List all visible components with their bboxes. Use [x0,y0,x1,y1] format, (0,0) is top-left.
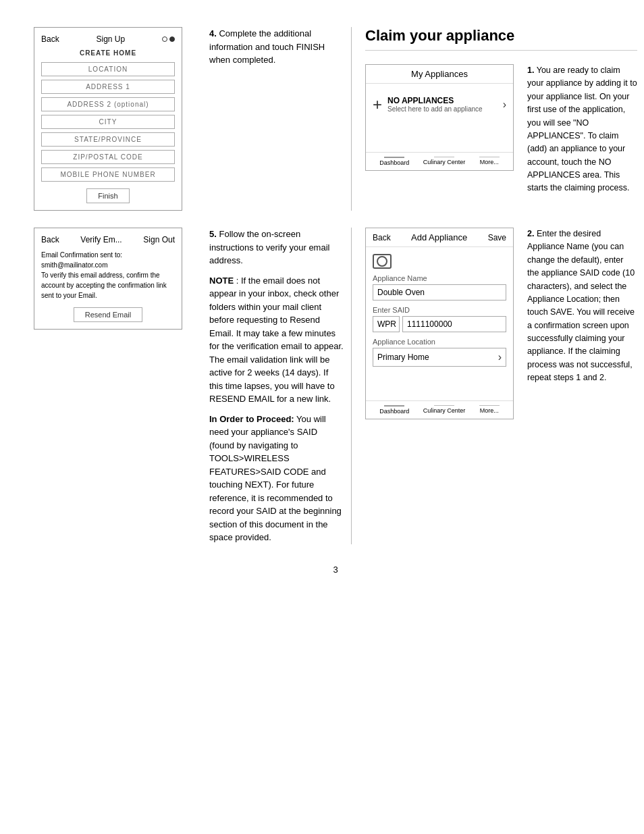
said-label: Enter SAID [373,306,506,314]
said-input[interactable]: 1111100000 [402,316,506,332]
add-screen-footer: Dashboard Culinary Center More... [366,400,513,419]
save-link[interactable]: Save [488,233,506,242]
step1-text: 1. You are ready to claim your appliance… [527,64,637,195]
my-appliances-screen: My Appliances + NO APPLIANCES Select her… [365,64,514,171]
proceed-text: You will need your appliance's SAID (fou… [209,414,342,543]
location-chevron-icon: › [498,351,502,363]
proceed-label: In Order to Proceed: [209,414,294,424]
verify-body: Email Confirmation sent to: smith@mailin… [41,250,175,301]
verify-instructions: To verify this email address, confirm th… [41,270,175,301]
city-field[interactable]: CITY [41,115,175,129]
dashboard-label[interactable]: Dashboard [379,159,409,166]
add-more-label[interactable]: More... [480,407,499,414]
finish-button[interactable]: Finish [86,188,129,203]
step5-intro: Follow the on-screen instructions to ver… [209,229,329,265]
add-appliance-title: Add Appliance [391,232,488,242]
verify-title: Verify Em... [80,235,122,244]
note-text: : If the email does not appear in your i… [209,276,344,405]
location-label: Appliance Location [373,338,506,346]
zip-field[interactable]: ZIP/POSTAL CODE [41,150,175,164]
appliance-name-input[interactable]: Double Oven [373,284,506,301]
step2-text: 2. Enter the desired Appliance Name (you… [527,228,637,419]
screen-title: CREATE HOME [41,49,175,57]
create-home-screen: Back Sign Up CREATE HOME LOCATION ADDRES… [34,27,182,211]
culinary-label[interactable]: Culinary Center [423,159,466,165]
resend-email-button[interactable]: Resend Email [74,307,142,322]
step4-number: 4. [209,28,217,38]
step-dots [162,36,175,42]
location-selector[interactable]: Primary Home › [373,348,506,367]
add-appliance-screen: Back Add Appliance Save Appliance Name D… [365,228,514,419]
sign-up-link[interactable]: Sign Up [96,34,125,44]
said-row: WPR 1111100000 [373,316,506,332]
note-label: NOTE [209,276,234,286]
dashboard-icon [384,157,404,158]
add-dashboard-label[interactable]: Dashboard [379,408,409,415]
dot-1 [162,36,167,42]
address1-field[interactable]: ADDRESS 1 [41,80,175,94]
step5-number: 5. [209,229,217,239]
add-culinary-icon [434,405,454,406]
email-confirm-line1: Email Confirmation sent to: [41,250,175,260]
page-number: 3 [34,565,637,575]
no-appliances-row[interactable]: + NO APPLIANCES Select here to add an ap… [373,90,506,118]
plus-icon: + [373,97,382,113]
screen-footer: Dashboard Culinary Center More... [366,152,513,170]
phone-field[interactable]: MOBILE PHONE NUMBER [41,167,175,182]
verify-email-screen: Back Verify Em... Sign Out Email Confirm… [34,228,182,330]
culinary-icon [434,157,454,157]
verify-back-link[interactable]: Back [41,235,59,244]
more-label[interactable]: More... [480,159,499,165]
step5-section: 5. Follow the on-screen instructions to … [203,228,351,544]
appliance-name-label: Appliance Name [373,274,506,282]
add-more-icon [479,405,500,406]
state-field[interactable]: STATE/PROVINCE [41,132,175,147]
camera-icon[interactable] [373,254,392,269]
back-link[interactable]: Back [41,34,59,44]
no-appliances-sub: Select here to add an appliance [387,105,498,113]
location-value: Primary Home [377,353,498,362]
step4-section: 4. Complete the additional information a… [203,27,351,211]
said-prefix: WPR [373,316,400,332]
add-back-link[interactable]: Back [373,233,391,242]
my-appliances-title: My Appliances [373,69,506,79]
chevron-right-icon: › [503,99,506,111]
more-icon [479,157,500,157]
claim-section: Claim your appliance My Appliances + NO … [351,27,637,211]
add-dashboard-icon [384,405,404,407]
add-culinary-label[interactable]: Culinary Center [423,407,466,414]
claim-title: Claim your appliance [365,27,637,51]
sign-out-link[interactable]: Sign Out [143,235,175,244]
address2-field[interactable]: ADDRESS 2 (optional) [41,97,175,111]
step4-text: Complete the additional information and … [209,28,325,65]
location-field[interactable]: LOCATION [41,62,175,76]
no-appliances-label: NO APPLIANCES [387,96,498,105]
email-address: smith@mailinator.com [41,260,175,270]
dot-2 [169,36,175,42]
